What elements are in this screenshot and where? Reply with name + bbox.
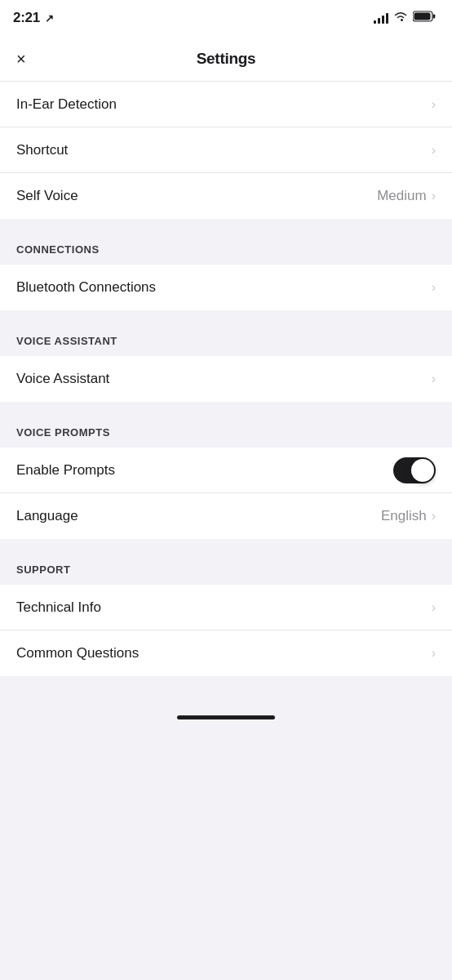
bottom-spacer (0, 676, 452, 701)
section-header-voice-assistant: VOICE ASSISTANT (0, 317, 452, 356)
settings-item-right-enable-prompts (393, 457, 436, 483)
section-spacer (0, 539, 452, 546)
settings-item-value-language: English (381, 508, 427, 524)
settings-item-right-bluetooth-connections: › (432, 280, 436, 295)
settings-item-right-self-voice: Medium› (377, 188, 436, 204)
svg-rect-2 (414, 13, 431, 20)
section-header-label: CONNECTIONS (16, 243, 100, 256)
settings-list-general: In-Ear Detection›Shortcut›Self VoiceMedi… (0, 82, 452, 219)
settings-item-in-ear-detection[interactable]: In-Ear Detection› (0, 82, 452, 127)
chevron-icon-bluetooth-connections: › (432, 280, 436, 295)
settings-item-value-self-voice: Medium (377, 188, 426, 204)
section-spacer (0, 402, 452, 408)
page-title: Settings (197, 50, 256, 68)
chevron-icon-language: › (432, 509, 436, 523)
section-header-voice-prompts: VOICE PROMPTS (0, 408, 452, 448)
section-header-label: VOICE PROMPTS (16, 426, 110, 439)
chevron-icon-common-questions: › (432, 646, 436, 661)
settings-item-technical-info[interactable]: Technical Info› (0, 585, 452, 630)
settings-list-support: Technical Info›Common Questions› (0, 585, 452, 676)
section-header-label: VOICE ASSISTANT (16, 335, 117, 347)
svg-rect-1 (433, 15, 436, 19)
section-spacer (0, 310, 452, 317)
settings-list-voice-assistant: Voice Assistant› (0, 356, 452, 402)
settings-list-voice-prompts: Enable PromptsLanguageEnglish› (0, 448, 452, 539)
settings-item-label-common-questions: Common Questions (16, 645, 139, 662)
home-indicator-area (0, 701, 452, 733)
settings-item-voice-assistant[interactable]: Voice Assistant› (0, 356, 452, 402)
settings-item-label-shortcut: Shortcut (16, 142, 68, 158)
section-header-support: SUPPORT (0, 546, 452, 585)
settings-list-connections: Bluetooth Connections› (0, 265, 452, 310)
settings-item-right-voice-assistant: › (432, 372, 436, 386)
toggle-wrapper-enable-prompts[interactable] (393, 457, 436, 483)
settings-item-shortcut[interactable]: Shortcut› (0, 127, 452, 173)
chevron-icon-technical-info: › (432, 600, 436, 615)
settings-item-bluetooth-connections[interactable]: Bluetooth Connections› (0, 265, 452, 310)
chevron-icon-voice-assistant: › (432, 372, 436, 386)
section-spacer (0, 219, 452, 225)
settings-item-right-technical-info: › (432, 600, 436, 615)
chevron-icon-shortcut: › (432, 143, 436, 158)
chevron-icon-self-voice: › (432, 189, 436, 203)
settings-item-right-shortcut: › (432, 143, 436, 158)
section-header-connections: CONNECTIONS (0, 225, 452, 265)
settings-item-common-questions[interactable]: Common Questions› (0, 630, 452, 676)
status-time: 2:21 ↗ (13, 10, 54, 26)
settings-item-right-in-ear-detection: › (432, 97, 436, 112)
settings-item-self-voice[interactable]: Self VoiceMedium› (0, 173, 452, 219)
close-button[interactable]: × (16, 51, 26, 67)
settings-item-label-in-ear-detection: In-Ear Detection (16, 96, 117, 113)
wifi-icon (393, 11, 408, 25)
home-indicator (177, 715, 275, 719)
status-icons (374, 11, 436, 25)
settings-item-right-language: English› (381, 508, 436, 524)
battery-icon (413, 11, 436, 25)
toggle-enable-prompts[interactable] (393, 457, 436, 483)
settings-item-label-self-voice: Self Voice (16, 188, 78, 204)
toggle-thumb-enable-prompts (411, 459, 434, 482)
section-header-label: SUPPORT (16, 564, 70, 576)
settings-item-label-technical-info: Technical Info (16, 599, 101, 616)
status-bar: 2:21 ↗ (0, 0, 452, 36)
settings-item-right-common-questions: › (432, 646, 436, 661)
nav-bar: × Settings (0, 36, 452, 82)
settings-item-label-enable-prompts: Enable Prompts (16, 462, 115, 479)
settings-item-enable-prompts[interactable]: Enable Prompts (0, 448, 452, 493)
settings-item-label-bluetooth-connections: Bluetooth Connections (16, 279, 156, 296)
settings-item-language[interactable]: LanguageEnglish› (0, 493, 452, 539)
settings-item-label-voice-assistant: Voice Assistant (16, 371, 109, 387)
settings-item-label-language: Language (16, 508, 78, 524)
location-icon: ↗ (45, 12, 54, 24)
signal-icon (374, 12, 388, 24)
chevron-icon-in-ear-detection: › (432, 97, 436, 112)
